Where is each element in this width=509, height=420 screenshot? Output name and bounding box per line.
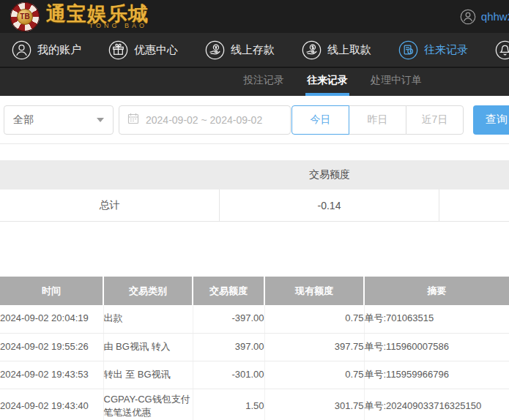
calendar-icon xyxy=(127,113,139,127)
summary-total-value: -0.14 xyxy=(220,190,439,221)
user-icon xyxy=(12,40,31,60)
nav-item-label: 往来记录 xyxy=(424,43,468,57)
username-label: qhhw2 xyxy=(481,10,509,23)
cell-amount: -397.00 xyxy=(193,305,264,333)
nav-item-my-account[interactable]: 我的账户 xyxy=(12,40,81,60)
cell-type: 由 BG视讯 转入 xyxy=(103,333,193,361)
summary-header-amount: 交易额度 xyxy=(220,168,439,181)
col-header-memo: 摘要 xyxy=(364,277,509,305)
tab-processing-orders[interactable]: 处理中订单 xyxy=(369,74,423,96)
cell-amount: -301.00 xyxy=(193,361,264,389)
table-row: 2024-09-02 19:43:53 转出 至 BG视讯 -301.00 0.… xyxy=(0,361,509,389)
cell-amount: 397.00 xyxy=(193,333,264,361)
page: TB 通宝娱乐城 TONG BAO qhhw2 xyxy=(0,0,509,420)
cell-amount: 1.50 xyxy=(193,389,264,420)
nav-item-label: 我的账户 xyxy=(37,43,81,57)
col-header-balance: 现有额度 xyxy=(264,277,364,305)
brand-name-cn: 通宝娱乐城 xyxy=(46,4,149,24)
chevron-down-icon xyxy=(97,118,104,122)
transactions-table: 时间 交易类别 交易额度 现有额度 摘要 2024-09-02 20:04:19… xyxy=(0,277,509,420)
cell-balance: 0.75 xyxy=(264,361,364,389)
col-header-amount: 交易额度 xyxy=(193,277,264,305)
poker-chip-icon: TB xyxy=(10,2,40,31)
cell-time: 2024-09-02 20:04:19 xyxy=(0,305,103,333)
cell-memo: 单号:115959966796 xyxy=(364,361,509,389)
spacer xyxy=(0,144,509,160)
bell-icon xyxy=(495,40,509,60)
withdraw-icon xyxy=(302,40,322,60)
spacer xyxy=(0,222,509,277)
table-row: 2024-09-02 19:43:40 CGPAY-CG钱包支付笔笔送优惠 1.… xyxy=(0,389,509,420)
nav-item-label: 线上存款 xyxy=(231,43,275,57)
summary-total-row: 总计 -0.14 xyxy=(0,190,509,222)
cell-balance: 397.75 xyxy=(264,333,364,361)
table-row: 2024-09-02 20:04:19 出款 -397.00 0.75 单号:7… xyxy=(0,305,509,333)
yesterday-button[interactable]: 昨日 xyxy=(349,105,406,135)
brand-name-en: TONG BAO xyxy=(89,22,147,29)
cell-memo: 单号:115960007586 xyxy=(364,333,509,361)
cell-time: 2024-09-02 19:43:53 xyxy=(0,361,103,389)
search-button[interactable]: 查询 xyxy=(473,105,509,135)
cell-balance: 301.75 xyxy=(264,389,364,420)
summary-table: 交易额度 总计 -0.14 xyxy=(0,160,509,222)
nav-item-transaction-records[interactable]: 往来记录 xyxy=(398,40,468,60)
cell-type: CGPAY-CG钱包支付笔笔送优惠 xyxy=(103,389,193,420)
cell-time: 2024-09-02 19:43:40 xyxy=(0,389,103,420)
summary-header-row: 交易额度 xyxy=(0,160,509,190)
nav-item-messages[interactable]: 信息 xyxy=(495,40,509,60)
record-tabs: 投注记录 往来记录 处理中订单 xyxy=(0,68,509,96)
date-range-input[interactable]: 2024-09-02 ~ 2024-09-02 xyxy=(119,105,291,135)
nav-item-promotions[interactable]: 优惠中心 xyxy=(108,40,178,60)
last7days-button[interactable]: 近7日 xyxy=(406,105,464,135)
table-row: 2024-09-02 19:55:26 由 BG视讯 转入 397.00 397… xyxy=(0,333,509,361)
summary-total-label: 总计 xyxy=(0,190,220,221)
date-range-value: 2024-09-02 ~ 2024-09-02 xyxy=(146,114,262,126)
col-header-time: 时间 xyxy=(0,277,103,305)
chip-tb-monogram: TB xyxy=(17,9,33,25)
nav-item-withdraw[interactable]: 线上取款 xyxy=(302,40,371,60)
user-account-area[interactable]: qhhw2 xyxy=(460,0,509,33)
brand-text: 通宝娱乐城 TONG BAO xyxy=(46,4,149,29)
top-bar: TB 通宝娱乐城 TONG BAO qhhw2 xyxy=(0,0,509,33)
cell-memo: 单号:202409033716325150 xyxy=(364,389,509,420)
today-button[interactable]: 今日 xyxy=(291,105,349,135)
summary-empty-cell xyxy=(439,190,509,221)
tab-betting-records[interactable]: 投注记录 xyxy=(242,74,286,96)
nav-item-label: 线上取款 xyxy=(327,43,371,57)
filter-bar: 全部 2024-09-02 ~ 2024-09-02 今日 昨日 近7日 查询 xyxy=(0,96,509,144)
user-avatar-icon xyxy=(460,9,476,25)
gift-icon xyxy=(108,40,128,60)
cell-type: 出款 xyxy=(103,305,193,333)
brand-logo[interactable]: TB 通宝娱乐城 TONG BAO xyxy=(10,2,149,31)
type-select[interactable]: 全部 xyxy=(4,105,114,135)
col-header-type: 交易类别 xyxy=(103,277,193,305)
table-header-row: 时间 交易类别 交易额度 现有额度 摘要 xyxy=(0,277,509,305)
quick-date-group: 今日 昨日 近7日 xyxy=(291,105,464,135)
cell-time: 2024-09-02 19:55:26 xyxy=(0,333,103,361)
deposit-icon xyxy=(205,40,225,60)
records-icon xyxy=(398,40,418,60)
cell-balance: 0.75 xyxy=(264,305,364,333)
main-nav: 我的账户 优惠中心 线上存款 xyxy=(0,33,509,68)
cell-memo: 单号:701063515 xyxy=(364,305,509,333)
tab-transaction-records[interactable]: 往来记录 xyxy=(305,74,349,96)
cell-type: 转出 至 BG视讯 xyxy=(103,361,193,389)
nav-item-deposit[interactable]: 线上存款 xyxy=(205,40,275,60)
nav-item-label: 优惠中心 xyxy=(134,43,178,57)
type-select-value: 全部 xyxy=(13,113,34,127)
